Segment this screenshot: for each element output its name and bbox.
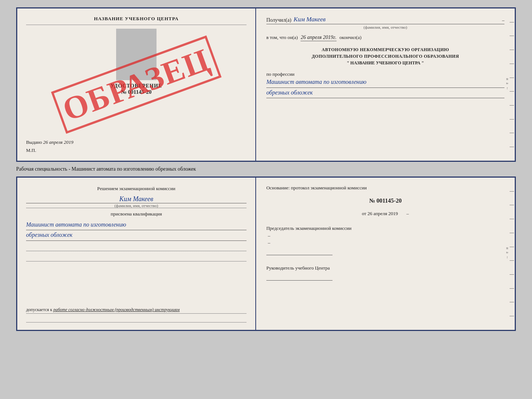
resheniyem-text: Решением экзаменационной комиссии <box>26 185 247 192</box>
kim-makeev-name: Ким Макеев <box>26 195 247 203</box>
po-professii-label: по профессии <box>266 71 504 77</box>
dopusk-text: работе согласно должностным (производств… <box>53 307 180 312</box>
deco-letters-bottom: и а ← <box>506 247 510 260</box>
org-line2: ДОПОЛНИТЕЛЬНОГО ПРОФЕССИОНАЛЬНОГО ОБРАЗО… <box>266 53 504 60</box>
protocol-number: № 001145-20 <box>266 197 504 204</box>
vtom-date: 26 апреля 2019г. <box>301 35 336 41</box>
vydano-label: Выдано <box>26 139 42 145</box>
vydano-date: 26 апреля 2019 <box>43 139 73 145</box>
professiya-line2: обрезных обложек <box>266 88 504 99</box>
vtom-row: в том, что он(а) 26 апреля 2019г. окончи… <box>266 35 504 41</box>
rukovoditel-signature-line <box>266 273 332 281</box>
rukovoditel-label: Руководитель учебного Центра <box>266 264 504 272</box>
protocol-date-row: от 26 апреля 2019 – <box>266 211 504 217</box>
deco-letters: и а ← <box>506 78 510 91</box>
predsedatel-signature-line <box>266 248 332 255</box>
cert-right: Получил(а) Ким Макеев – (фамилия, имя, о… <box>256 8 515 161</box>
poluchil-line: Получил(а) Ким Макеев – <box>266 16 504 24</box>
vydano-block: Выдано 26 апреля 2019 <box>26 139 247 145</box>
predsedatel-label: Председатель экзаменационной комиссии <box>266 225 504 232</box>
bottom-right: Основание: протокол экзаменационной коми… <box>256 178 515 330</box>
vtom-prefix: в том, что он(а) <box>266 35 298 40</box>
org-line1: АВТОНОМНУЮ НЕКОММЕРЧЕСКУЮ ОРГАНИЗАЦИЮ <box>266 46 504 53</box>
bottom-left: Решением экзаменационной комиссии Ким Ма… <box>17 178 256 330</box>
school-title-top: НАЗВАНИЕ УЧЕБНОГО ЦЕНТРА <box>26 16 247 25</box>
certificate-bottom: Решением экзаменационной комиссии Ким Ма… <box>16 177 516 331</box>
org-line3: " НАЗВАНИЕ УЧЕБНОГО ЦЕНТРА " <box>266 60 504 66</box>
dopusk-prefix: допускается к <box>26 307 52 312</box>
kvalif-line2: обрезных обложек <box>26 230 247 241</box>
rukovoditel-block: Руководитель учебного Центра <box>266 264 504 282</box>
poluchil-row: Получил(а) Ким Макеев – (фамилия, имя, о… <box>266 16 504 29</box>
fio-subtitle-bottom: (фамилия, имя, отчество) <box>26 203 247 208</box>
prisvoena-text: присвоена квалификация <box>26 211 247 217</box>
mp-label: М.П. <box>26 147 247 153</box>
poluchil-prefix: Получил(а) <box>266 17 291 23</box>
osnovanie-label: Основание: протокол экзаменационной коми… <box>266 185 504 191</box>
kim-makeev-block: Ким Макеев (фамилия, имя, отчество) <box>26 195 247 208</box>
blank-line-3 <box>26 317 247 323</box>
org-block: АВТОНОМНУЮ НЕКОММЕРЧЕСКУЮ ОРГАНИЗАЦИЮ ДО… <box>266 46 504 66</box>
between-label: Рабочая специальность - Машинист автомат… <box>16 165 516 174</box>
blank-line-1 <box>26 244 247 251</box>
udostoverenie-block: УДОСТОВЕРЕНИЕ № 001145-20 <box>26 83 247 95</box>
udost-label: УДОСТОВЕРЕНИЕ <box>26 83 247 89</box>
okonchil: окончил(а) <box>339 35 362 40</box>
document-wrapper: НАЗВАНИЕ УЧЕБНОГО ЦЕНТРА ОБРАЗЕЦ УДОСТОВ… <box>16 7 516 331</box>
certificate-top: НАЗВАНИЕ УЧЕБНОГО ЦЕНТРА ОБРАЗЕЦ УДОСТОВ… <box>16 7 516 162</box>
blank-line-2 <box>26 254 247 261</box>
po-professii-block: по профессии Машинист автомата по изгото… <box>266 71 504 98</box>
poluchil-name: Ким Макеев <box>294 16 326 23</box>
kvalif-block: Машинист автомата по изготовлению обрезн… <box>26 220 247 241</box>
professiya-line1: Машинист автомата по изготовлению <box>266 77 504 88</box>
fio-subtitle-top: (фамилия, имя, отчество) <box>266 25 504 29</box>
dopuskaetsya-block: допускается к работе согласно должностны… <box>26 307 247 314</box>
protocol-date-prefix: от <box>362 211 366 216</box>
kvalif-line1: Машинист автомата по изготовлению <box>26 220 247 231</box>
udost-number: № 001145-20 <box>26 89 247 95</box>
photo-placeholder <box>116 29 157 80</box>
predsedatel-block: Председатель экзаменационной комиссии – … <box>266 225 504 257</box>
cert-left: НАЗВАНИЕ УЧЕБНОГО ЦЕНТРА ОБРАЗЕЦ УДОСТОВ… <box>17 8 256 161</box>
protocol-date-value: 26 апреля 2019 <box>367 211 398 216</box>
